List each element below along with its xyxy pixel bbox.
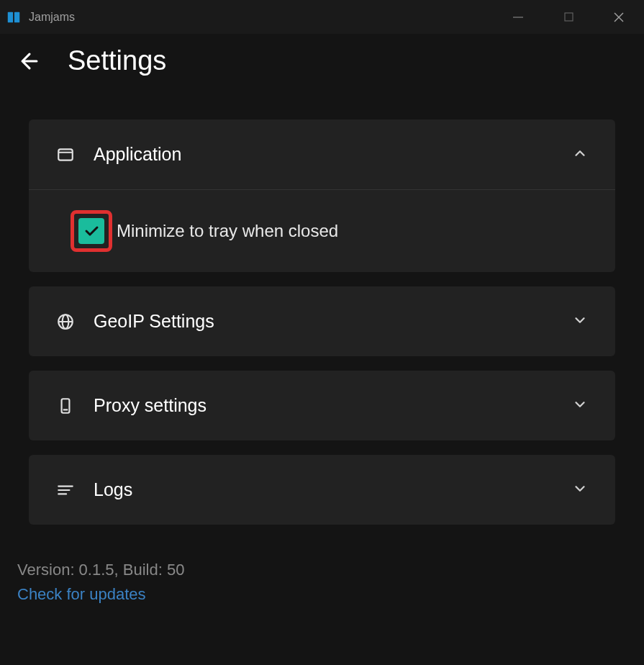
- chevron-down-icon: [572, 397, 588, 415]
- highlight-annotation: [71, 210, 112, 252]
- titlebar: Jamjams: [0, 0, 644, 34]
- minimize-to-tray-label: Minimize to tray when closed: [117, 221, 338, 241]
- settings-content: Application Minimize to tray when closed: [0, 98, 644, 525]
- svg-rect-1: [14, 12, 19, 22]
- panel-application: Application Minimize to tray when closed: [29, 119, 615, 272]
- svg-rect-0: [8, 12, 13, 22]
- panel-title-logs: Logs: [94, 479, 132, 500]
- device-icon: [56, 397, 75, 415]
- svg-rect-11: [62, 399, 70, 413]
- chevron-down-icon: [572, 312, 588, 331]
- panel-body-application: Minimize to tray when closed: [29, 189, 615, 272]
- titlebar-left: Jamjams: [6, 9, 75, 25]
- close-window-button[interactable]: [594, 0, 644, 34]
- panel-title-geoip: GeoIP Settings: [94, 311, 214, 332]
- panel-header-proxy[interactable]: Proxy settings: [29, 371, 615, 440]
- globe-icon: [56, 312, 75, 331]
- svg-rect-3: [565, 13, 573, 21]
- panel-header-application[interactable]: Application: [29, 119, 615, 189]
- panel-geoip: GeoIP Settings: [29, 286, 615, 356]
- window-icon: [56, 145, 75, 164]
- panel-proxy: Proxy settings: [29, 371, 615, 440]
- page-header: Settings: [0, 34, 644, 98]
- version-text: Version: 0.1.5, Build: 50: [17, 561, 627, 579]
- panel-header-logs[interactable]: Logs: [29, 455, 615, 525]
- panel-title-application: Application: [94, 144, 181, 165]
- list-icon: [56, 481, 75, 499]
- svg-rect-6: [58, 149, 73, 160]
- chevron-up-icon: [572, 145, 588, 164]
- minimize-to-tray-row: Minimize to tray when closed: [71, 210, 338, 252]
- app-logo-icon: [6, 9, 22, 25]
- panel-logs: Logs: [29, 455, 615, 525]
- maximize-window-button[interactable]: [543, 0, 594, 34]
- page-title: Settings: [68, 45, 166, 76]
- footer: Version: 0.1.5, Build: 50 Check for upda…: [0, 539, 644, 604]
- window-controls: [493, 0, 644, 34]
- minimize-window-button[interactable]: [493, 0, 543, 34]
- back-button[interactable]: [17, 49, 42, 73]
- panel-header-geoip[interactable]: GeoIP Settings: [29, 286, 615, 356]
- minimize-to-tray-checkbox[interactable]: [78, 218, 104, 244]
- panel-title-proxy: Proxy settings: [94, 395, 207, 416]
- chevron-down-icon: [572, 481, 588, 499]
- app-title: Jamjams: [29, 11, 75, 24]
- check-updates-link[interactable]: Check for updates: [17, 585, 627, 604]
